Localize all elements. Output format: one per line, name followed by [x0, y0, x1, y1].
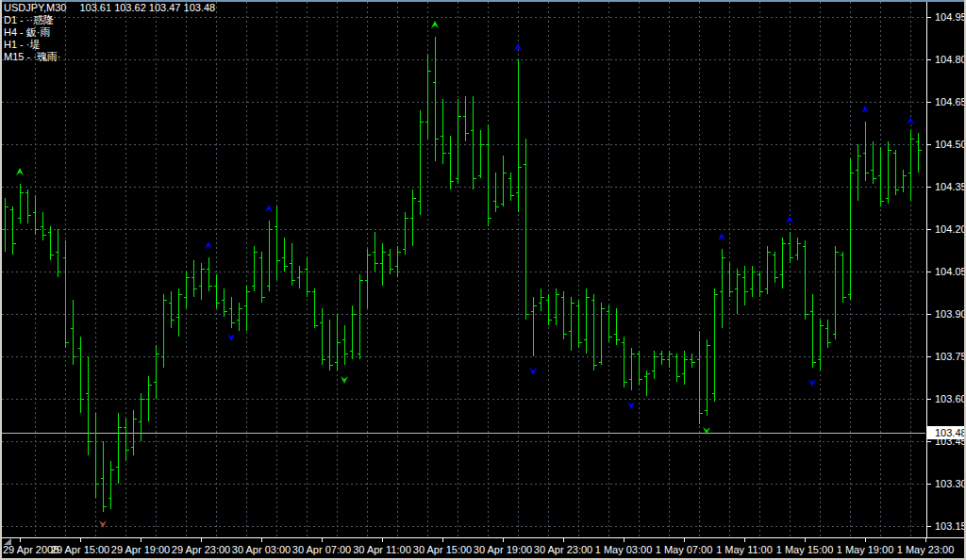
chart-header: USDJPY,M30103.61 103.62 103.47 103.48 [4, 2, 215, 14]
price-tick-label: 104.05 [935, 266, 966, 277]
price-tick-label: 104.95 [935, 11, 966, 23]
chart-canvas[interactable]: 104.95104.80104.65104.50104.35104.20104.… [0, 0, 966, 560]
price-tick-label: 103.30 [935, 478, 966, 489]
time-tick-label: 1 May 19:00 [837, 544, 894, 555]
current-price-value: 103.48 [935, 427, 966, 438]
time-tick-label: 1 May 11:00 [716, 544, 773, 555]
time-tick-label: 1 May 07:00 [656, 544, 713, 555]
time-tick-label: 29 Apr 15:00 [51, 544, 109, 555]
indicator-label-h1: H1 - ·堤 [4, 39, 41, 51]
time-tick-label: 30 Apr 19:00 [474, 544, 532, 555]
price-axis-bg [926, 0, 966, 560]
time-tick-label: 1 May 15:00 [776, 544, 834, 555]
price-tick-label: 103.15 [935, 520, 966, 532]
time-tick-label: 1 May 23:00 [897, 544, 955, 555]
time-tick-label: 30 Apr 15:00 [413, 544, 472, 555]
price-tick-label: 103.60 [935, 393, 966, 404]
symbol-period-label: USDJPY,M30 [4, 2, 66, 13]
window-border-left [0, 0, 2, 560]
time-tick-label: 30 Apr 07:00 [292, 544, 351, 555]
time-tick-label: 30 Apr 23:00 [534, 544, 592, 555]
indicator-label-h4: H4 - 鈑·雨 [4, 26, 51, 39]
time-tick-label: 1 May 03:00 [595, 544, 653, 555]
price-tick-label: 103.75 [935, 351, 966, 362]
quote-ohlc-label: 103.61 103.62 103.47 103.48 [79, 2, 215, 13]
price-tick-label: 104.35 [935, 181, 966, 192]
price-tick-label: 104.80 [935, 54, 966, 65]
time-tick-label: 29 Apr 19:00 [111, 544, 170, 555]
price-tick-label: 104.20 [935, 223, 966, 235]
mt4-chart-window: 104.95104.80104.65104.50104.35104.20104.… [0, 0, 966, 560]
indicator-label-d1: D1 - ··惑隆 [4, 14, 54, 26]
price-tick-label: 104.65 [935, 96, 966, 107]
indicator-label-m15: M15 - ·瑰雨· [4, 51, 61, 63]
price-tick-label: 104.50 [935, 139, 966, 150]
time-tick-label: 30 Apr 03:00 [232, 544, 291, 555]
time-tick-label: 29 Apr 23:00 [172, 544, 230, 555]
current-price-tag: 103.48 [927, 426, 966, 439]
time-tick-label: 30 Apr 11:00 [353, 544, 411, 555]
chart-background [0, 0, 966, 560]
price-tick-label: 103.90 [935, 308, 966, 320]
